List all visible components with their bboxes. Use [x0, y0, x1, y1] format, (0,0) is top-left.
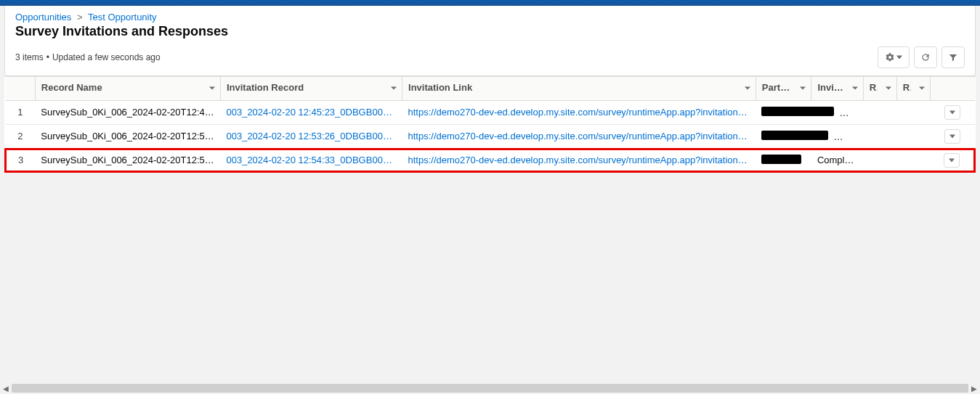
cell-invitation-record: 003_2024-02-20 12:53:26_0DBGB000000hv3S [220, 124, 402, 149]
col-header-label: Invita... [817, 82, 843, 93]
row-number: 2 [6, 124, 36, 149]
breadcrumb-parent-link[interactable]: Opportunities [15, 12, 71, 22]
row-number: 3 [6, 149, 36, 171]
row-action-button[interactable] [944, 153, 960, 168]
table-row-highlighted: 3 SurveySub_0Ki_006_2024-02-20T12:54:33.… [6, 149, 975, 171]
redacted-text [840, 107, 864, 116]
cell-r1 [863, 100, 896, 124]
cell-actions [930, 149, 974, 171]
col-header-rownum [6, 77, 36, 100]
cell-r2 [896, 100, 930, 124]
col-header-actions [930, 77, 974, 100]
redacted-text [761, 107, 834, 116]
invitation-link[interactable]: https://demo270-dev-ed.develop.my.site.c… [408, 131, 750, 141]
invitation-link[interactable]: https://demo270-dev-ed.develop.my.site.c… [408, 155, 750, 165]
cell-participant [756, 100, 863, 124]
col-header-label: Record Name [41, 82, 102, 93]
table-row: 2 SurveySub_0Ki_006_2024-02-20T12:53:26.… [6, 124, 975, 149]
col-header-r2[interactable]: R... [896, 77, 930, 100]
cell-actions [930, 100, 974, 124]
chevron-down-icon [390, 83, 397, 94]
cell-record-name: SurveySub_0Ki_006_2024-02-20T12:54:33.89… [35, 149, 220, 171]
redacted-text [834, 131, 864, 140]
caret-down-icon [949, 134, 955, 139]
row-action-button[interactable] [944, 129, 960, 144]
row-number: 1 [6, 100, 36, 124]
chevron-down-icon [851, 83, 859, 94]
cell-invitation-link: https://demo270-dev-ed.develop.my.site.c… [402, 149, 756, 171]
col-header-invitation-status[interactable]: Invita... [811, 77, 863, 100]
cell-r1 [863, 149, 896, 171]
invitation-record-link[interactable]: 003_2024-02-20 12:53:26_0DBGB000000hv3S [226, 131, 396, 141]
chevron-down-icon [208, 83, 216, 94]
filter-icon [948, 52, 958, 62]
col-header-invitation-link[interactable]: Invitation Link [402, 77, 756, 100]
cell-invitation-link: https://demo270-dev-ed.develop.my.site.c… [402, 100, 756, 124]
caret-down-icon [949, 157, 955, 163]
page-title: Survey Invitations and Responses [5, 24, 975, 44]
invitation-link[interactable]: https://demo270-dev-ed.develop.my.site.c… [408, 107, 750, 118]
cell-r2 [896, 149, 930, 171]
redacted-text [761, 155, 801, 164]
col-header-label: Invitation Record [227, 82, 304, 93]
cell-invitation-record: 003_2024-02-20 12:45:23_0DBGB000000hv3S [220, 100, 402, 124]
settings-button[interactable] [878, 46, 910, 68]
filter-button[interactable] [941, 46, 965, 68]
item-count: 3 items [15, 52, 44, 62]
scroll-thumb[interactable] [12, 384, 968, 393]
refresh-icon [920, 52, 931, 62]
horizontal-scrollbar[interactable]: ◀ ▶ [0, 382, 980, 394]
caret-down-icon [896, 54, 902, 60]
breadcrumb: Opportunities > Test Opportunity [5, 6, 975, 24]
invitation-record-link[interactable]: 003_2024-02-20 12:54:33_0DBGB000000hv3S [226, 155, 396, 165]
cell-record-name: SurveySub_0Ki_006_2024-02-20T12:45:24.03… [35, 100, 220, 124]
refresh-button[interactable] [914, 46, 937, 68]
cell-invitation-status: Completed [811, 149, 863, 171]
chevron-down-icon [799, 83, 806, 94]
scroll-track[interactable] [12, 384, 968, 393]
updated-ago: Updated a few seconds ago [52, 52, 161, 62]
invitation-record-link[interactable]: 003_2024-02-20 12:45:23_0DBGB000000hv3S [226, 107, 396, 118]
scroll-right-arrow[interactable]: ▶ [968, 382, 980, 394]
breadcrumb-separator: > [77, 12, 83, 22]
cell-r1 [863, 124, 896, 149]
cell-invitation-link: https://demo270-dev-ed.develop.my.site.c… [402, 124, 756, 149]
cell-record-name: SurveySub_0Ki_006_2024-02-20T12:53:26.19… [35, 124, 220, 149]
col-header-r1[interactable]: R... [863, 77, 896, 100]
chevron-down-icon [885, 83, 892, 94]
col-header-label: Invitation Link [408, 82, 472, 93]
table-header-row: Record Name Invitation Record Invitation… [6, 77, 975, 100]
col-header-record-name[interactable]: Record Name [35, 77, 220, 100]
col-header-label: R... [903, 82, 911, 93]
cell-r2 [896, 124, 930, 149]
chevron-down-icon [918, 83, 926, 94]
app-header-bar [0, 0, 980, 6]
meta-row: 3 items • Updated a few seconds ago [5, 44, 975, 75]
gear-icon [885, 52, 895, 62]
breadcrumb-child-link[interactable]: Test Opportunity [88, 12, 157, 22]
cell-participant [756, 149, 811, 171]
page-header-card: Opportunities > Test Opportunity Survey … [4, 6, 976, 76]
meta-dot: • [46, 52, 49, 62]
cell-actions [930, 124, 974, 149]
cell-invitation-record: 003_2024-02-20 12:54:33_0DBGB000000hv3S [220, 149, 402, 171]
data-table: Record Name Invitation Record Invitation… [4, 76, 976, 173]
table-row: 1 SurveySub_0Ki_006_2024-02-20T12:45:24.… [6, 100, 975, 124]
chevron-down-icon [744, 83, 751, 94]
col-header-label: R... [870, 82, 878, 93]
caret-down-icon [949, 110, 955, 115]
scroll-left-arrow[interactable]: ◀ [0, 382, 12, 394]
col-header-participant[interactable]: Partici... [756, 77, 811, 100]
col-header-label: Partici... [762, 82, 793, 93]
row-action-button[interactable] [944, 105, 960, 120]
redacted-text [761, 131, 828, 140]
col-header-invitation-record[interactable]: Invitation Record [220, 77, 402, 100]
cell-participant [756, 124, 863, 149]
